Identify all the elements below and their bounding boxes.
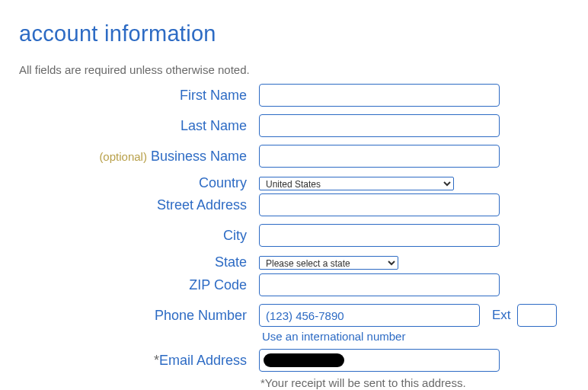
row-email-note: *Your receipt will be sent to this addre… (19, 373, 569, 389)
street-address-input[interactable] (259, 193, 500, 216)
required-note: All fields are required unless otherwise… (19, 63, 569, 76)
email-receipt-note: *Your receipt will be sent to this addre… (259, 373, 466, 389)
country-select[interactable]: United States (259, 177, 454, 190)
label-country: Country (19, 175, 259, 191)
row-country: Country United States (19, 175, 569, 191)
label-last-name: Last Name (19, 118, 259, 134)
first-name-input[interactable] (259, 84, 500, 107)
row-email: *Email Address (19, 349, 569, 372)
email-input[interactable] (259, 349, 500, 372)
label-email: *Email Address (19, 353, 259, 369)
city-input[interactable] (259, 224, 500, 247)
row-intl-phone-link: Use an international number (19, 328, 569, 349)
business-name-input[interactable] (259, 145, 500, 168)
label-state: State (19, 254, 259, 270)
row-last-name: Last Name (19, 114, 569, 137)
phone-input[interactable] (259, 304, 480, 327)
row-first-name: First Name (19, 84, 569, 107)
label-first-name: First Name (19, 88, 259, 104)
row-street-address: Street Address (19, 193, 569, 216)
last-name-input[interactable] (259, 114, 500, 137)
row-business-name: (optional) Business Name (19, 145, 569, 168)
label-city: City (19, 228, 259, 244)
row-state: State Please select a state (19, 254, 569, 270)
section-heading: account information (19, 21, 569, 46)
ext-input[interactable] (517, 304, 557, 327)
zip-input[interactable] (259, 273, 500, 296)
row-city: City (19, 224, 569, 247)
international-number-link[interactable]: Use an international number (259, 328, 405, 349)
state-select[interactable]: Please select a state (259, 256, 398, 270)
label-business-name: (optional) Business Name (19, 149, 259, 165)
optional-marker: (optional) (99, 150, 147, 163)
label-zip: ZIP Code (19, 277, 259, 293)
label-phone: Phone Number (19, 308, 259, 324)
label-street-address: Street Address (19, 197, 259, 213)
row-phone: Phone Number Ext (19, 304, 569, 327)
row-zip: ZIP Code (19, 273, 569, 296)
label-ext: Ext (492, 308, 511, 323)
